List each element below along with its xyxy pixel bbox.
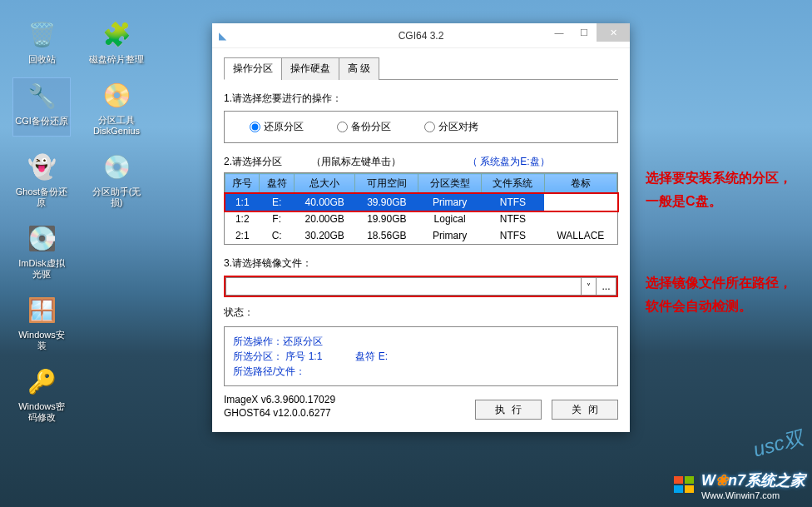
icon-label: 磁盘碎片整理 (89, 54, 144, 65)
close-button[interactable]: ✕ (597, 23, 630, 42)
desktop-icon-imdisk[interactable]: 💽ImDisk虚拟 光驱 (12, 221, 71, 280)
status-box: 所选操作：还原分区 所选分区： 序号 1:1盘符 E: 所选路径/文件： (224, 326, 618, 386)
icon-label: 分区助手(无 损) (92, 186, 141, 208)
desktop-icon-recycle-bin[interactable]: 🗑️回收站 (12, 17, 71, 65)
watermark-text: W❀n7系统之家 (701, 472, 805, 489)
radio-copy[interactable]: 分区对拷 (424, 120, 478, 134)
tab-advanced[interactable]: 高 级 (339, 57, 379, 80)
icon-label: ImDisk虚拟 光驱 (18, 258, 65, 280)
radio-restore-input[interactable] (250, 122, 260, 132)
cell-free: 18.56GB (355, 227, 418, 244)
cell-num: 2:1 (225, 227, 260, 244)
th-vol: 卷标 (544, 174, 616, 194)
svg-rect-3 (685, 485, 694, 493)
cell-ptype: Primary (418, 227, 482, 244)
watermark: W❀n7系统之家 Www.Winwin7.com (673, 470, 805, 500)
diskgenius-icon: 📀 (99, 77, 134, 112)
browse-button[interactable]: ... (597, 277, 616, 296)
app-window: ◣ CGI64 3.2 — ☐ ✕ 操作分区 操作硬盘 高 级 1.请选择您要进… (212, 23, 630, 432)
svg-rect-1 (685, 476, 694, 484)
titlebar[interactable]: ◣ CGI64 3.2 — ☐ ✕ (212, 23, 630, 48)
window-title: CGI64 3.2 (399, 30, 444, 42)
window-buttons: — ☐ ✕ (547, 23, 630, 42)
imdisk-icon: 💽 (24, 221, 59, 256)
radio-copy-input[interactable] (424, 122, 435, 132)
defrag-icon: 🧩 (99, 17, 134, 52)
section1-title: 1.请选择您要进行的操作： (224, 92, 618, 106)
radio-backup[interactable]: 备份分区 (337, 120, 391, 134)
desktop-icon-partition-assist[interactable]: 💿分区助手(无 损) (87, 149, 146, 208)
system-disk-label: （ 系统盘为E:盘） (468, 155, 550, 169)
svg-rect-2 (674, 485, 683, 493)
radio-label: 分区对拷 (438, 120, 478, 134)
partition-table[interactable]: 序号 盘符 总大小 可用空间 分区类型 文件系统 卷标 1:1 E: (225, 173, 617, 244)
desktop-icon-diskgenius[interactable]: 📀分区工具 DiskGenius (87, 77, 146, 137)
desktop-icons: 🗑️回收站 🧩磁盘碎片整理 🔧CGI备份还原 📀分区工具 DiskGenius … (12, 17, 146, 423)
watermark-curve: usc双 (750, 425, 807, 464)
cell-fs: NTFS (482, 227, 545, 244)
cell-drive: E: (260, 194, 294, 211)
icon-label: CGI备份还原 (15, 116, 68, 127)
cell-fs: NTFS (482, 194, 545, 211)
section-operation: 1.请选择您要进行的操作： 还原分区 备份分区 分区对拷 (224, 92, 618, 143)
table-row[interactable]: 1:2 F: 20.00GB 19.90GB Logical NTFS (225, 211, 617, 227)
status-part: 所选分区： 序号 1:1盘符 E: (233, 349, 609, 364)
cell-num: 1:2 (225, 211, 260, 227)
desktop-icon-ghost[interactable]: 👻Ghost备份还 原 (12, 149, 71, 208)
desktop-icon-defrag[interactable]: 🧩磁盘碎片整理 (87, 17, 146, 65)
section2-hint: （用鼠标左键单击） (311, 155, 401, 169)
operation-box: 还原分区 备份分区 分区对拷 (224, 111, 618, 143)
cell-vol (544, 211, 616, 227)
icon-label: Windows密 码修改 (18, 401, 65, 423)
table-row[interactable]: 1:1 E: 40.00GB 39.90GB Primary NTFS (225, 194, 617, 211)
cell-drive: C: (260, 227, 294, 244)
cgi-icon: 🔧 (24, 78, 59, 113)
cell-free: 19.90GB (355, 211, 418, 227)
cell-total: 40.00GB (294, 194, 354, 211)
tab-disk-operate[interactable]: 操作硬盘 (281, 57, 339, 80)
maximize-button[interactable]: ☐ (572, 23, 597, 42)
app-icon: ◣ (219, 30, 226, 42)
version-info: ImageX v6.3.9600.17029 GHOST64 v12.0.0.6… (224, 393, 335, 420)
close-button-footer[interactable]: 关闭 (552, 400, 618, 420)
status-op: 所选操作：还原分区 (233, 334, 609, 349)
desktop-icon-cgi-backup[interactable]: 🔧CGI备份还原 (12, 77, 71, 137)
cell-drive: F: (260, 211, 294, 227)
th-free: 可用空间 (355, 174, 418, 194)
tab-partition-operate[interactable]: 操作分区 (224, 57, 282, 80)
desktop-icon-windows-install[interactable]: 🪟Windows安 装 (12, 292, 71, 351)
image-path-input[interactable] (225, 277, 582, 296)
cell-num: 1:1 (225, 194, 260, 211)
th-drive: 盘符 (260, 174, 294, 194)
cell-total: 30.20GB (294, 227, 354, 244)
cell-free: 39.90GB (355, 194, 418, 211)
section3-title: 3.请选择镜像文件： (224, 256, 618, 271)
desktop: 🗑️回收站 🧩磁盘碎片整理 🔧CGI备份还原 📀分区工具 DiskGenius … (0, 0, 812, 507)
cell-fs: NTFS (482, 211, 545, 227)
th-num: 序号 (225, 174, 260, 194)
desktop-icon-windows-pwd[interactable]: 🔑Windows密 码修改 (12, 364, 71, 423)
icon-label: Windows安 装 (18, 330, 65, 351)
status-path: 所选路径/文件： (233, 364, 609, 379)
cell-vol: WALLACE (544, 227, 616, 244)
svg-rect-0 (674, 476, 683, 484)
watermark-url: Www.Winwin7.com (701, 490, 805, 500)
cell-ptype: Primary (418, 194, 482, 211)
recycle-bin-icon: 🗑️ (24, 17, 59, 52)
imagex-version: ImageX v6.3.9600.17029 (224, 393, 335, 406)
key-icon: 🔑 (24, 364, 59, 399)
status-label: 状态： (224, 306, 618, 320)
minimize-button[interactable]: — (547, 23, 572, 42)
execute-button[interactable]: 执行 (475, 400, 542, 420)
radio-backup-input[interactable] (337, 122, 348, 132)
icon-label: 回收站 (28, 54, 56, 65)
partition-assist-icon: 💿 (99, 149, 134, 184)
th-total: 总大小 (294, 174, 354, 194)
radio-restore[interactable]: 还原分区 (250, 120, 304, 134)
footer: ImageX v6.3.9600.17029 GHOST64 v12.0.0.6… (224, 393, 618, 420)
table-row[interactable]: 2:1 C: 30.20GB 18.56GB Primary NTFS WALL… (225, 227, 617, 244)
cell-ptype: Logical (418, 211, 482, 227)
section-partition: 2.请选择分区 （用鼠标左键单击） （ 系统盘为E:盘） 序号 盘符 总大小 可… (224, 155, 618, 245)
dropdown-button[interactable]: ˅ (582, 277, 597, 296)
annotation-image: 选择镜像文件所在路径， 软件会自动检测。 (646, 271, 792, 318)
